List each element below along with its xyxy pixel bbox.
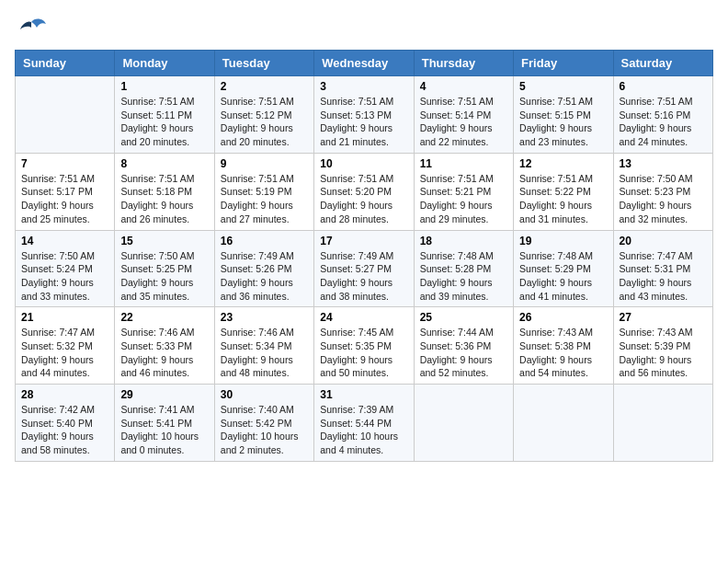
daylight-text: Daylight: 10 hours and 0 minutes. xyxy=(120,430,208,456)
daylight-text: Daylight: 9 hours and 41 minutes. xyxy=(519,276,607,303)
day-number: 15 xyxy=(120,235,208,247)
daylight-text: Daylight: 9 hours and 21 minutes. xyxy=(320,121,407,148)
calendar-cell: 8 Sunrise: 7:51 AM Sunset: 5:18 PM Dayli… xyxy=(115,153,214,230)
day-number: 7 xyxy=(21,157,108,170)
sunrise-text: Sunrise: 7:51 AM xyxy=(420,172,507,186)
sunset-text: Sunset: 5:20 PM xyxy=(320,185,407,199)
day-number: 12 xyxy=(519,157,607,170)
sunset-text: Sunset: 5:32 PM xyxy=(21,339,108,353)
calendar-cell: 9 Sunrise: 7:51 AM Sunset: 5:19 PM Dayli… xyxy=(214,153,313,230)
day-number: 21 xyxy=(21,311,108,324)
day-info: Sunrise: 7:49 AM Sunset: 5:27 PM Dayligh… xyxy=(320,249,407,304)
calendar-cell: 17 Sunrise: 7:49 AM Sunset: 5:27 PM Dayl… xyxy=(314,230,414,307)
calendar-cell: 14 Sunrise: 7:50 AM Sunset: 5:24 PM Dayl… xyxy=(16,230,115,307)
day-number: 22 xyxy=(120,311,208,324)
calendar-cell: 31 Sunrise: 7:39 AM Sunset: 5:44 PM Dayl… xyxy=(314,385,414,462)
day-number: 14 xyxy=(21,235,108,247)
sunrise-text: Sunrise: 7:51 AM xyxy=(221,172,308,186)
sunset-text: Sunset: 5:41 PM xyxy=(120,417,208,431)
daylight-text: Daylight: 9 hours and 35 minutes. xyxy=(120,276,208,303)
daylight-text: Daylight: 9 hours and 46 minutes. xyxy=(120,353,208,380)
sunset-text: Sunset: 5:29 PM xyxy=(519,262,607,276)
day-info: Sunrise: 7:51 AM Sunset: 5:13 PM Dayligh… xyxy=(320,95,407,149)
day-number: 1 xyxy=(120,80,208,93)
day-info: Sunrise: 7:50 AM Sunset: 5:24 PM Dayligh… xyxy=(21,249,108,304)
sunrise-text: Sunrise: 7:47 AM xyxy=(620,249,707,263)
sunrise-text: Sunrise: 7:49 AM xyxy=(221,249,308,263)
daylight-text: Daylight: 9 hours and 22 minutes. xyxy=(420,121,507,148)
calendar-cell: 13 Sunrise: 7:50 AM Sunset: 5:23 PM Dayl… xyxy=(613,153,712,230)
daylight-text: Daylight: 9 hours and 50 minutes. xyxy=(320,353,407,380)
sunset-text: Sunset: 5:21 PM xyxy=(420,185,507,199)
sunrise-text: Sunrise: 7:39 AM xyxy=(320,403,407,417)
logo-icon xyxy=(15,15,48,42)
sunrise-text: Sunrise: 7:44 AM xyxy=(420,326,507,339)
day-info: Sunrise: 7:51 AM Sunset: 5:15 PM Dayligh… xyxy=(519,95,607,149)
day-number: 27 xyxy=(620,311,707,324)
day-number: 4 xyxy=(420,80,507,93)
calendar-cell: 19 Sunrise: 7:48 AM Sunset: 5:29 PM Dayl… xyxy=(514,230,613,307)
sunset-text: Sunset: 5:44 PM xyxy=(320,417,407,431)
sunrise-text: Sunrise: 7:48 AM xyxy=(420,249,507,263)
daylight-text: Daylight: 9 hours and 24 minutes. xyxy=(620,121,707,148)
calendar-cell: 22 Sunrise: 7:46 AM Sunset: 5:33 PM Dayl… xyxy=(115,307,214,385)
day-info: Sunrise: 7:51 AM Sunset: 5:14 PM Dayligh… xyxy=(420,95,507,149)
day-number: 19 xyxy=(519,235,607,247)
day-info: Sunrise: 7:51 AM Sunset: 5:20 PM Dayligh… xyxy=(320,172,407,226)
day-info: Sunrise: 7:50 AM Sunset: 5:23 PM Dayligh… xyxy=(620,172,707,226)
day-number: 25 xyxy=(420,311,507,324)
daylight-text: Daylight: 9 hours and 36 minutes. xyxy=(221,276,308,303)
day-info: Sunrise: 7:51 AM Sunset: 5:22 PM Dayligh… xyxy=(519,172,607,226)
column-header-wednesday: Wednesday xyxy=(314,51,414,76)
sunrise-text: Sunrise: 7:51 AM xyxy=(320,172,407,186)
sunrise-text: Sunrise: 7:42 AM xyxy=(21,403,108,417)
sunset-text: Sunset: 5:14 PM xyxy=(420,109,507,122)
daylight-text: Daylight: 9 hours and 20 minutes. xyxy=(221,121,308,148)
sunrise-text: Sunrise: 7:43 AM xyxy=(620,326,707,339)
calendar-cell: 11 Sunrise: 7:51 AM Sunset: 5:21 PM Dayl… xyxy=(414,153,513,230)
sunset-text: Sunset: 5:17 PM xyxy=(21,185,108,199)
day-info: Sunrise: 7:51 AM Sunset: 5:21 PM Dayligh… xyxy=(420,172,507,226)
calendar-cell: 16 Sunrise: 7:49 AM Sunset: 5:26 PM Dayl… xyxy=(214,230,313,307)
sunset-text: Sunset: 5:38 PM xyxy=(519,339,607,353)
day-info: Sunrise: 7:42 AM Sunset: 5:40 PM Dayligh… xyxy=(21,403,108,457)
sunset-text: Sunset: 5:40 PM xyxy=(21,417,108,431)
calendar-cell: 1 Sunrise: 7:51 AM Sunset: 5:11 PM Dayli… xyxy=(115,76,214,154)
day-info: Sunrise: 7:43 AM Sunset: 5:39 PM Dayligh… xyxy=(620,326,707,380)
sunrise-text: Sunrise: 7:51 AM xyxy=(120,172,208,186)
sunrise-text: Sunrise: 7:50 AM xyxy=(120,249,208,263)
calendar-cell: 27 Sunrise: 7:43 AM Sunset: 5:39 PM Dayl… xyxy=(613,307,712,385)
sunset-text: Sunset: 5:39 PM xyxy=(620,339,707,353)
column-header-thursday: Thursday xyxy=(414,51,513,76)
day-number: 16 xyxy=(221,235,308,247)
column-header-sunday: Sunday xyxy=(16,51,115,76)
calendar-cell: 4 Sunrise: 7:51 AM Sunset: 5:14 PM Dayli… xyxy=(414,76,513,154)
sunrise-text: Sunrise: 7:43 AM xyxy=(519,326,607,339)
daylight-text: Daylight: 9 hours and 29 minutes. xyxy=(420,199,507,225)
day-number: 29 xyxy=(120,388,208,401)
sunset-text: Sunset: 5:15 PM xyxy=(519,109,607,122)
sunset-text: Sunset: 5:16 PM xyxy=(620,109,707,122)
calendar-table: SundayMondayTuesdayWednesdayThursdayFrid… xyxy=(15,50,713,462)
sunset-text: Sunset: 5:22 PM xyxy=(519,185,607,199)
calendar-cell: 28 Sunrise: 7:42 AM Sunset: 5:40 PM Dayl… xyxy=(16,385,115,462)
sunset-text: Sunset: 5:18 PM xyxy=(120,185,208,199)
day-info: Sunrise: 7:47 AM Sunset: 5:31 PM Dayligh… xyxy=(620,249,707,304)
calendar-cell: 21 Sunrise: 7:47 AM Sunset: 5:32 PM Dayl… xyxy=(16,307,115,385)
day-info: Sunrise: 7:44 AM Sunset: 5:36 PM Dayligh… xyxy=(420,326,507,380)
sunrise-text: Sunrise: 7:51 AM xyxy=(221,95,308,109)
day-info: Sunrise: 7:51 AM Sunset: 5:11 PM Dayligh… xyxy=(120,95,208,149)
daylight-text: Daylight: 9 hours and 25 minutes. xyxy=(21,199,108,225)
day-number: 11 xyxy=(420,157,507,170)
day-info: Sunrise: 7:51 AM Sunset: 5:19 PM Dayligh… xyxy=(221,172,308,226)
calendar-cell: 6 Sunrise: 7:51 AM Sunset: 5:16 PM Dayli… xyxy=(613,76,712,154)
sunrise-text: Sunrise: 7:45 AM xyxy=(320,326,407,339)
daylight-text: Daylight: 9 hours and 58 minutes. xyxy=(21,430,108,456)
calendar-week-row: 1 Sunrise: 7:51 AM Sunset: 5:11 PM Dayli… xyxy=(16,76,713,154)
sunrise-text: Sunrise: 7:51 AM xyxy=(120,95,208,109)
daylight-text: Daylight: 9 hours and 31 minutes. xyxy=(519,199,607,225)
day-info: Sunrise: 7:39 AM Sunset: 5:44 PM Dayligh… xyxy=(320,403,407,457)
sunset-text: Sunset: 5:42 PM xyxy=(221,417,308,431)
sunset-text: Sunset: 5:26 PM xyxy=(221,262,308,276)
daylight-text: Daylight: 10 hours and 4 minutes. xyxy=(320,430,407,456)
